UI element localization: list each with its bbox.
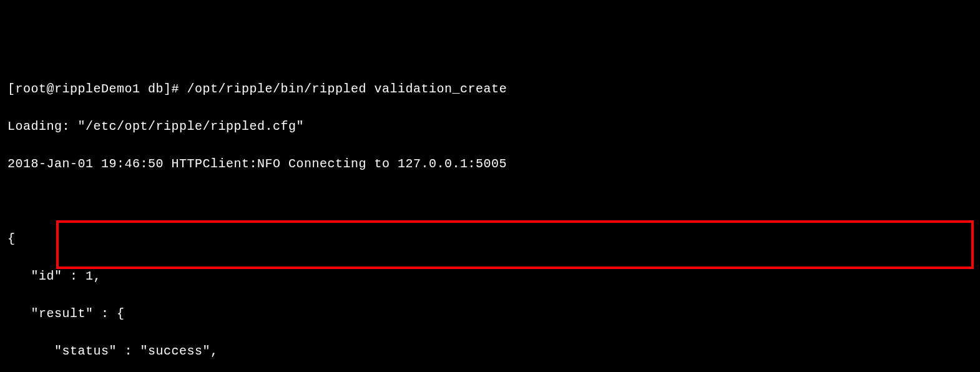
- terminal-output: Loading: "/etc/opt/ripple/rippled.cfg": [7, 117, 973, 136]
- json-output: "id" : 1,: [7, 267, 973, 286]
- json-output: "status" : "success",: [7, 342, 973, 361]
- shell-prompt: [root@rippleDemo1 db]#: [7, 82, 187, 96]
- terminal-line: [root@rippleDemo1 db]# /opt/ripple/bin/r…: [7, 80, 973, 99]
- json-output: "result" : {: [7, 305, 973, 323]
- terminal-output: 2018-Jan-01 19:46:50 HTTPClient:NFO Conn…: [7, 155, 973, 174]
- blank-line: [7, 192, 973, 211]
- json-output: {: [7, 230, 973, 248]
- command-text: /opt/ripple/bin/rippled validation_creat…: [187, 82, 507, 96]
